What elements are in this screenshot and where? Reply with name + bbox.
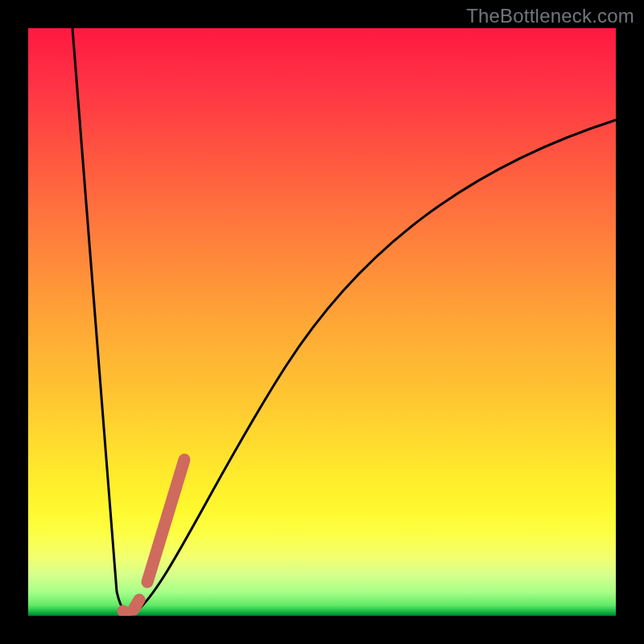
- plot-area: [28, 28, 616, 616]
- chart-frame: TheBottleneck.com: [0, 0, 644, 644]
- chart-svg: [28, 28, 616, 616]
- watermark-text: TheBottleneck.com: [466, 5, 634, 27]
- bottleneck-curve: [72, 28, 616, 614]
